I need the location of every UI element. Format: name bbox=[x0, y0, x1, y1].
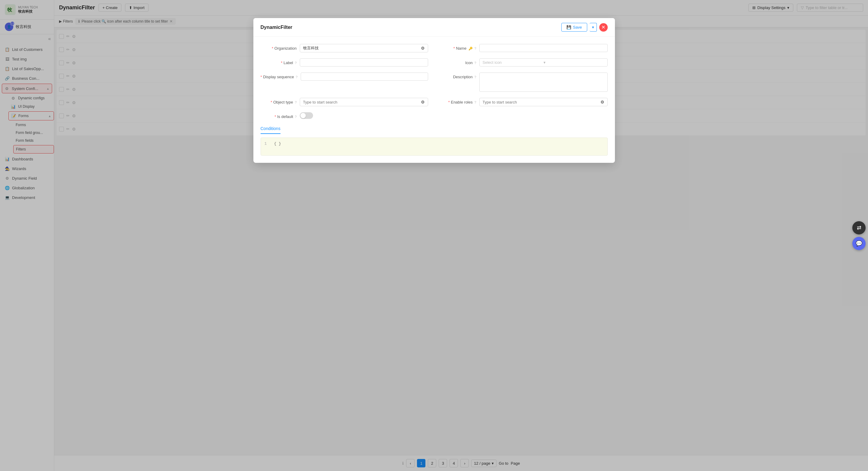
save-label: Save bbox=[573, 25, 582, 30]
chat-icon: 💬 bbox=[856, 240, 862, 247]
name-label: * Name 🔑 ? bbox=[440, 44, 476, 51]
enable-roles-input[interactable]: ⚙ bbox=[479, 98, 608, 106]
enable-roles-placeholder[interactable] bbox=[483, 100, 599, 104]
modal-title: DynamicFilter bbox=[260, 25, 292, 30]
modal-header: DynamicFilter 💾 Save ▾ ✕ bbox=[253, 18, 615, 37]
code-content: { } bbox=[274, 141, 281, 146]
close-modal-btn[interactable]: ✕ bbox=[599, 23, 608, 32]
description-field: Description ? bbox=[440, 72, 608, 92]
translate-button[interactable]: ⇄ bbox=[852, 221, 866, 234]
help-icon[interactable]: ? bbox=[296, 75, 298, 79]
name-input[interactable] bbox=[479, 44, 608, 52]
conditions-section: Conditions 1 { } bbox=[260, 126, 608, 156]
organization-label: * Organization bbox=[260, 44, 297, 51]
description-input-wrap bbox=[479, 72, 608, 92]
name-field: * Name 🔑 ? bbox=[440, 44, 608, 53]
is-default-toggle[interactable] bbox=[300, 112, 428, 119]
gear-icon[interactable]: ⚙ bbox=[421, 100, 425, 104]
name-value[interactable] bbox=[483, 46, 604, 50]
object-type-input[interactable]: ⚙ bbox=[300, 98, 428, 106]
icon-placeholder: Select icon bbox=[483, 60, 544, 65]
icon-input-wrap: Select icon ▾ bbox=[479, 58, 608, 67]
gear-icon[interactable]: ⚙ bbox=[600, 100, 604, 104]
chevron-down-icon: ▾ bbox=[544, 60, 604, 65]
display-sequence-input-wrap bbox=[301, 72, 428, 81]
line-number: 1 bbox=[265, 141, 271, 146]
object-type-label: * Object type ? bbox=[260, 98, 297, 104]
save-button[interactable]: 💾 Save bbox=[561, 23, 587, 32]
dynamic-filter-modal: DynamicFilter 💾 Save ▾ ✕ * Organization bbox=[253, 18, 615, 163]
help-icon[interactable]: ? bbox=[474, 101, 476, 104]
lock-icon: 🔑 bbox=[468, 47, 473, 50]
icon-field: Icon ? Select icon ▾ bbox=[440, 58, 608, 67]
help-icon[interactable]: ? bbox=[294, 115, 297, 119]
description-textarea[interactable] bbox=[479, 72, 608, 92]
object-type-placeholder[interactable] bbox=[303, 100, 419, 104]
toggle-track[interactable] bbox=[300, 112, 313, 119]
display-sequence-input[interactable] bbox=[301, 72, 428, 81]
name-input-wrap bbox=[479, 44, 608, 52]
icon-label: Icon ? bbox=[440, 58, 476, 65]
chat-button[interactable]: 💬 bbox=[852, 237, 866, 250]
help-icon[interactable]: ? bbox=[474, 47, 476, 50]
object-type-input-wrap: ⚙ bbox=[300, 98, 428, 106]
gear-icon[interactable]: ⚙ bbox=[421, 46, 425, 51]
modal-body: * Organization ⚙ * Name � bbox=[253, 37, 615, 163]
label-label: * Label ? bbox=[260, 58, 297, 65]
right-panel: ⇄ 💬 bbox=[850, 219, 868, 253]
form-grid: * Organization ⚙ * Name � bbox=[260, 44, 608, 119]
organization-input[interactable]: ⚙ bbox=[300, 44, 428, 53]
icon-select[interactable]: Select icon ▾ bbox=[479, 58, 608, 67]
help-icon[interactable]: ? bbox=[474, 61, 476, 65]
save-dropdown-btn[interactable]: ▾ bbox=[590, 23, 597, 32]
organization-field: * Organization ⚙ bbox=[260, 44, 428, 53]
modal-actions: 💾 Save ▾ ✕ bbox=[561, 23, 608, 32]
label-field: * Label ? bbox=[260, 58, 428, 67]
save-icon: 💾 bbox=[566, 25, 571, 30]
toggle-knob bbox=[300, 113, 306, 118]
label-input[interactable] bbox=[300, 58, 428, 67]
display-sequence-field: * Display sequence ? bbox=[260, 72, 428, 92]
code-line-1: 1 { } bbox=[265, 141, 604, 146]
is-default-field: * Is default ? bbox=[260, 112, 428, 119]
organization-value[interactable] bbox=[303, 46, 419, 51]
enable-roles-input-wrap: ⚙ bbox=[479, 98, 608, 106]
translate-icon: ⇄ bbox=[857, 225, 861, 231]
description-label: Description ? bbox=[440, 72, 476, 79]
help-icon[interactable]: ? bbox=[474, 75, 476, 79]
object-type-field: * Object type ? ⚙ bbox=[260, 98, 428, 106]
help-icon[interactable]: ? bbox=[294, 101, 297, 104]
modal-overlay: DynamicFilter 💾 Save ▾ ✕ * Organization bbox=[0, 0, 868, 471]
enable-roles-label: * Enable roles ? bbox=[440, 98, 476, 104]
display-sequence-label: * Display sequence ? bbox=[260, 72, 298, 79]
conditions-code-editor[interactable]: 1 { } bbox=[260, 138, 608, 156]
is-default-toggle-wrap bbox=[300, 112, 428, 119]
conditions-tab[interactable]: Conditions bbox=[260, 126, 280, 134]
label-value[interactable] bbox=[303, 60, 425, 65]
display-sequence-value[interactable] bbox=[304, 74, 425, 79]
organization-input-wrap: ⚙ bbox=[300, 44, 428, 53]
help-icon[interactable]: ? bbox=[294, 61, 297, 65]
enable-roles-field: * Enable roles ? ⚙ bbox=[440, 98, 608, 106]
label-input-wrap bbox=[300, 58, 428, 67]
is-default-label: * Is default ? bbox=[260, 112, 297, 119]
